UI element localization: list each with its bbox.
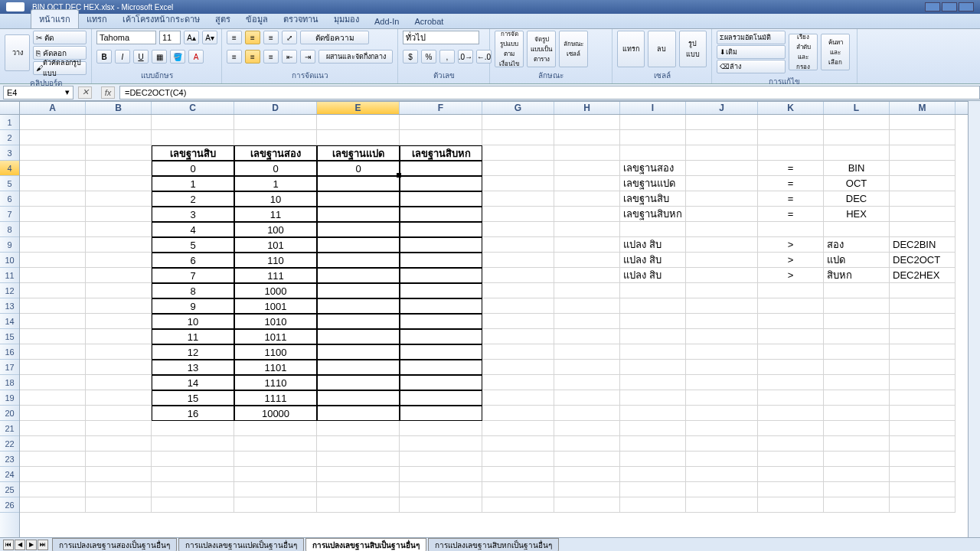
sheet-tab[interactable]: การแปลงเลขฐานสองเป็นฐานอื่นๆ <box>52 538 177 552</box>
cell[interactable] <box>20 467 86 482</box>
cell[interactable] <box>554 314 620 329</box>
cell[interactable] <box>86 467 152 482</box>
cell[interactable] <box>86 268 152 283</box>
table-cell[interactable] <box>317 360 400 375</box>
cell[interactable] <box>20 283 86 298</box>
cell[interactable] <box>20 436 86 452</box>
cell[interactable] <box>686 406 758 421</box>
cell[interactable] <box>20 145 86 161</box>
cell[interactable] <box>620 436 686 452</box>
cell[interactable] <box>554 421 620 436</box>
cell[interactable] <box>234 467 317 482</box>
cell[interactable] <box>554 360 620 375</box>
cell[interactable] <box>86 161 152 176</box>
table-cell[interactable] <box>317 283 400 298</box>
fx-icon[interactable]: fx <box>101 86 115 99</box>
cell[interactable] <box>890 375 956 390</box>
cell[interactable] <box>400 421 482 436</box>
convert-arrow[interactable]: > <box>758 253 824 268</box>
column-header[interactable]: H <box>554 102 620 114</box>
cell[interactable] <box>824 329 890 344</box>
row-header[interactable]: 6 <box>0 191 19 207</box>
table-cell[interactable] <box>400 176 482 191</box>
cell[interactable] <box>686 130 758 145</box>
cell[interactable] <box>234 421 317 436</box>
cell[interactable] <box>686 452 758 467</box>
cell[interactable] <box>686 344 758 360</box>
cell[interactable] <box>86 237 152 253</box>
cell[interactable] <box>152 452 234 467</box>
cell[interactable] <box>890 436 956 452</box>
cell-styles-button[interactable]: ลักษณะเซลล์ <box>559 31 588 67</box>
sort-filter-button[interactable]: เรียงลำดับและกรอง <box>789 34 818 70</box>
cell[interactable] <box>482 406 554 421</box>
border-button[interactable]: ▦ <box>152 50 167 64</box>
font-name-combo[interactable] <box>96 31 156 44</box>
table-cell[interactable]: 1111 <box>234 390 317 406</box>
table-cell[interactable] <box>400 207 482 222</box>
cell[interactable] <box>20 360 86 375</box>
cell[interactable] <box>758 298 824 314</box>
convert-func[interactable]: DEC2HEX <box>890 268 956 283</box>
table-cell[interactable] <box>317 237 400 253</box>
number-format-combo[interactable] <box>403 31 479 44</box>
underline-button[interactable]: U <box>133 50 149 64</box>
ribbon-tab[interactable]: แทรก <box>79 10 115 28</box>
cell[interactable] <box>758 482 824 497</box>
italic-button[interactable]: I <box>115 50 130 64</box>
table-cell[interactable]: 13 <box>152 360 234 375</box>
cell[interactable] <box>554 298 620 314</box>
column-header[interactable]: K <box>758 102 824 114</box>
cell[interactable] <box>890 421 956 436</box>
column-header[interactable]: D <box>234 102 317 114</box>
table-cell[interactable] <box>400 253 482 268</box>
cell[interactable] <box>152 482 234 497</box>
orientation-button[interactable]: ⤢ <box>282 31 297 44</box>
cell[interactable] <box>86 421 152 436</box>
cell[interactable] <box>890 406 956 421</box>
cell[interactable] <box>620 482 686 497</box>
cell[interactable] <box>86 482 152 497</box>
cell[interactable] <box>620 406 686 421</box>
cell[interactable] <box>824 436 890 452</box>
cell[interactable] <box>554 253 620 268</box>
cell[interactable] <box>152 436 234 452</box>
decrease-font-button[interactable]: A▾ <box>202 31 217 44</box>
cell[interactable] <box>620 497 686 513</box>
convert-arrow[interactable]: > <box>758 268 824 283</box>
cell[interactable] <box>20 406 86 421</box>
cell[interactable] <box>482 360 554 375</box>
cell[interactable] <box>20 421 86 436</box>
cell[interactable] <box>20 314 86 329</box>
cell[interactable] <box>686 436 758 452</box>
cell[interactable] <box>554 161 620 176</box>
cell[interactable] <box>20 452 86 467</box>
cell[interactable] <box>890 298 956 314</box>
cell[interactable] <box>152 467 234 482</box>
cell[interactable] <box>758 421 824 436</box>
cell[interactable] <box>20 329 86 344</box>
cell[interactable] <box>86 253 152 268</box>
row-header[interactable]: 13 <box>0 298 19 314</box>
cell[interactable] <box>20 161 86 176</box>
cell[interactable] <box>824 390 890 406</box>
font-color-button[interactable]: A <box>188 50 204 64</box>
cell[interactable] <box>890 130 956 145</box>
sheet-tab[interactable]: การแปลงเลขฐานสิบหกเป็นฐานอื่นๆ <box>428 538 559 552</box>
table-cell[interactable]: 3 <box>152 207 234 222</box>
cell[interactable] <box>686 115 758 130</box>
table-cell[interactable] <box>317 329 400 344</box>
cell[interactable] <box>890 467 956 482</box>
cell[interactable] <box>824 314 890 329</box>
merge-center-button[interactable]: ผสานและจัดกึ่งกลาง <box>318 50 393 64</box>
cell[interactable] <box>86 145 152 161</box>
table-cell[interactable] <box>400 314 482 329</box>
cell[interactable] <box>554 406 620 421</box>
cell[interactable] <box>482 176 554 191</box>
ribbon-tab[interactable]: ตรวจทาน <box>276 10 326 28</box>
wrap-text-button[interactable]: ตัดข้อความ <box>300 31 369 44</box>
close-button[interactable] <box>959 2 974 11</box>
cell[interactable] <box>86 360 152 375</box>
cell[interactable] <box>686 161 758 176</box>
currency-button[interactable]: $ <box>403 50 418 64</box>
